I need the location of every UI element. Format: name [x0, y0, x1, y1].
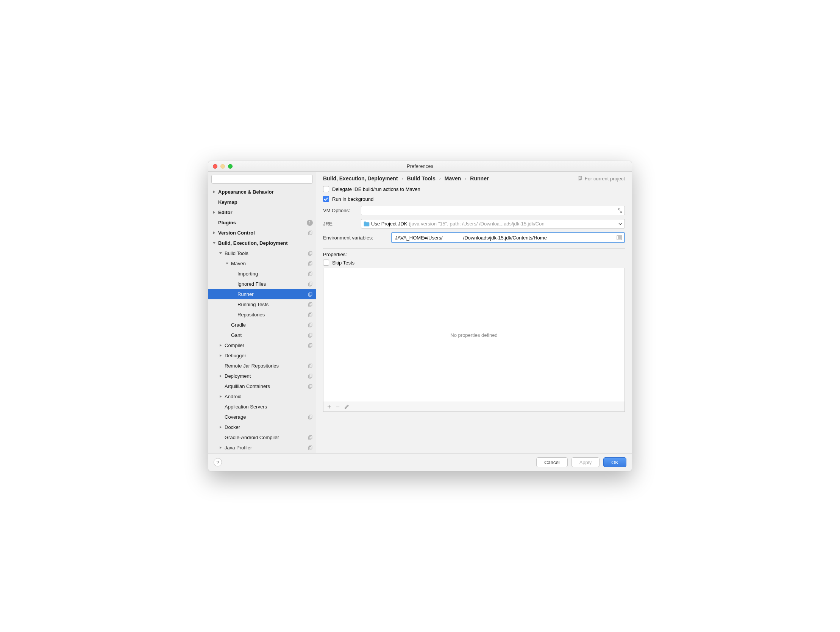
copy-icon: [308, 312, 313, 317]
properties-toolbar: + −: [324, 402, 625, 412]
sidebar-item-plugins[interactable]: Plugins1: [208, 217, 316, 228]
svg-rect-5: [309, 251, 312, 255]
svg-rect-31: [309, 415, 312, 418]
sidebar-item-appearance-behavior[interactable]: Appearance & Behavior: [208, 187, 316, 197]
sidebar-item-java-profiler[interactable]: Java Profiler: [208, 442, 316, 453]
ok-button[interactable]: OK: [603, 457, 627, 467]
sidebar-item-debugger[interactable]: Debugger: [208, 350, 316, 361]
chevron-down-icon: [619, 223, 622, 225]
sidebar-item-importing[interactable]: Importing: [208, 269, 316, 279]
sidebar-item-build-tools[interactable]: Build Tools: [208, 248, 316, 258]
svg-rect-30: [309, 416, 311, 419]
add-icon[interactable]: +: [327, 404, 332, 410]
sidebar-item-ignored-files[interactable]: Ignored Files: [208, 279, 316, 289]
sidebar-item-repositories[interactable]: Repositories: [208, 310, 316, 320]
chevron-right-icon: ›: [465, 176, 466, 181]
chevron-right-icon: ›: [402, 176, 403, 181]
svg-rect-7: [309, 261, 312, 265]
sidebar-item-arquillian-containers[interactable]: Arquillian Containers: [208, 381, 316, 391]
project-scope-badge: For current project: [577, 176, 625, 182]
sidebar-item-compiler[interactable]: Compiler: [208, 340, 316, 350]
copy-icon: [308, 302, 313, 307]
background-checkbox-row[interactable]: Run in background: [323, 196, 625, 202]
sidebar-item-running-tests[interactable]: Running Tests: [208, 299, 316, 310]
edit-icon[interactable]: [344, 404, 349, 409]
svg-rect-35: [309, 445, 312, 449]
copy-icon: [308, 322, 313, 328]
svg-rect-22: [309, 344, 311, 347]
sidebar-item-gant[interactable]: Gant: [208, 330, 316, 340]
sidebar-item-docker[interactable]: Docker: [208, 422, 316, 432]
sidebar-item-runner[interactable]: Runner: [208, 289, 316, 299]
badge: 1: [307, 220, 313, 226]
delegate-checkbox-row[interactable]: Delegate IDE build/run actions to Maven: [323, 186, 625, 192]
copy-icon: [308, 333, 313, 338]
svg-rect-26: [309, 375, 311, 378]
sidebar-item-maven[interactable]: Maven: [208, 258, 316, 269]
copy-icon: [308, 384, 313, 389]
sidebar-item-deployment[interactable]: Deployment: [208, 371, 316, 381]
list-icon[interactable]: [617, 235, 622, 240]
breadcrumb-crumb: Build, Execution, Deployment: [323, 176, 398, 182]
svg-rect-10: [309, 283, 311, 286]
svg-rect-3: [309, 231, 312, 234]
sidebar-item-android[interactable]: Android: [208, 391, 316, 402]
checkbox-icon[interactable]: [323, 260, 329, 266]
svg-rect-8: [309, 272, 311, 276]
breadcrumb-crumb: Maven: [445, 176, 461, 182]
checkbox-checked-icon[interactable]: [323, 196, 329, 202]
sidebar-item-gradle-android-compiler[interactable]: Gradle-Android Compiler: [208, 432, 316, 442]
vm-options-label: VM Options:: [323, 207, 357, 213]
jre-hint: (java version "15", path: /Users/ /Downl…: [409, 221, 544, 227]
svg-rect-32: [309, 436, 311, 440]
svg-rect-4: [309, 252, 311, 255]
svg-rect-20: [309, 334, 311, 337]
svg-rect-16: [309, 314, 311, 317]
remove-icon[interactable]: −: [336, 404, 340, 410]
copy-icon: [308, 251, 313, 256]
sidebar-item-coverage[interactable]: Coverage: [208, 412, 316, 422]
svg-rect-24: [309, 364, 311, 368]
sidebar-item-build-execution-deployment[interactable]: Build, Execution, Deployment: [208, 238, 316, 248]
jre-combo[interactable]: Use Project JDK (java version "15", path…: [361, 219, 625, 228]
sidebar: Appearance & BehaviorKeymapEditorPlugins…: [208, 172, 316, 453]
properties-table: No properties defined + −: [323, 268, 625, 412]
sidebar-item-gradle[interactable]: Gradle: [208, 320, 316, 330]
copy-icon: [308, 230, 313, 236]
copy-icon: [308, 282, 313, 287]
svg-rect-17: [309, 313, 312, 316]
svg-rect-25: [309, 364, 312, 367]
help-button[interactable]: ?: [213, 458, 222, 466]
chevron-right-icon: ›: [439, 176, 441, 181]
sidebar-item-editor[interactable]: Editor: [208, 207, 316, 217]
skip-tests-checkbox-row[interactable]: Skip Tests: [323, 260, 625, 266]
cancel-button[interactable]: Cancel: [536, 457, 567, 467]
checkbox-icon[interactable]: [323, 186, 329, 192]
properties-empty: No properties defined: [324, 268, 625, 402]
svg-rect-12: [309, 293, 311, 296]
delegate-label: Delegate IDE build/run actions to Maven: [332, 187, 420, 192]
jre-label: JRE:: [323, 221, 357, 227]
svg-rect-15: [309, 303, 312, 306]
footer: ? Cancel Apply OK: [208, 453, 632, 471]
expand-icon[interactable]: [618, 208, 622, 213]
sidebar-item-remote-jar-repositories[interactable]: Remote Jar Repositories: [208, 361, 316, 371]
svg-rect-6: [309, 262, 311, 266]
env-variables-input[interactable]: JAVA_HOME=/Users/ /Downloads/jdk-15.jdk/…: [391, 232, 625, 243]
sidebar-item-application-servers[interactable]: Application Servers: [208, 402, 316, 412]
folder-icon: [363, 221, 369, 227]
breadcrumb-crumb: Runner: [470, 176, 489, 182]
settings-tree[interactable]: Appearance & BehaviorKeymapEditorPlugins…: [208, 187, 316, 453]
copy-icon: [308, 445, 313, 450]
copy-icon: [308, 435, 313, 440]
env-label: Environment variables:: [323, 235, 387, 241]
copy-icon: [308, 374, 313, 379]
svg-rect-2: [309, 231, 311, 235]
vm-options-input[interactable]: [361, 206, 625, 215]
apply-button[interactable]: Apply: [572, 457, 600, 467]
sidebar-item-version-control[interactable]: Version Control: [208, 228, 316, 238]
sidebar-item-keymap[interactable]: Keymap: [208, 197, 316, 207]
search-input[interactable]: [211, 175, 313, 184]
breadcrumb-crumb: Build Tools: [407, 176, 436, 182]
svg-rect-21: [309, 333, 312, 336]
